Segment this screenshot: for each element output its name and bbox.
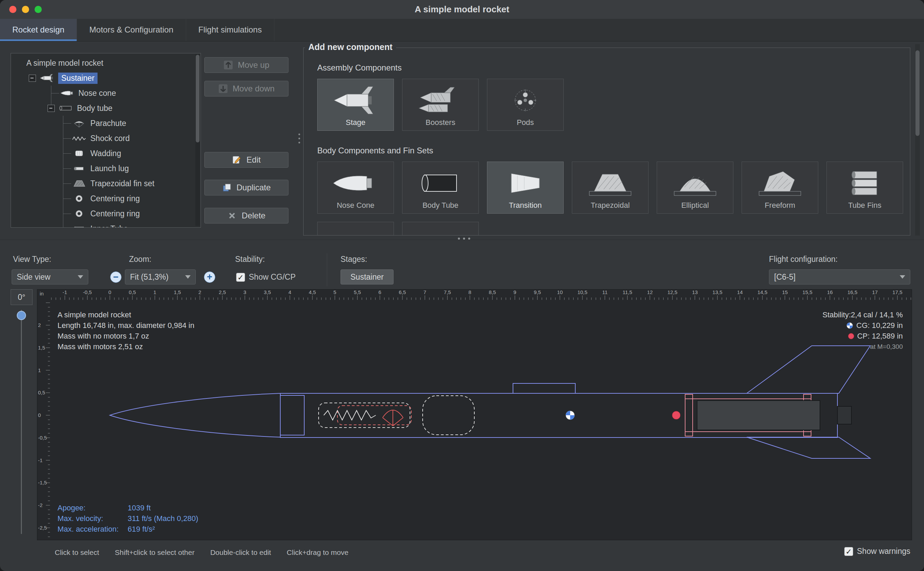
- show-cgcp-checkbox[interactable]: ✓: [236, 273, 245, 282]
- svg-text:2: 2: [199, 290, 201, 295]
- svg-text:14: 14: [737, 290, 743, 295]
- svg-text:0: 0: [38, 412, 41, 418]
- tree-item-nose-cone[interactable]: Nose cone: [11, 86, 200, 101]
- tree-item-centering-ring[interactable]: Centering ring: [11, 206, 200, 221]
- component-button-partial[interactable]: [317, 222, 394, 235]
- zoom-value: Fit (51,3%): [130, 273, 168, 282]
- chevron-down-icon: [78, 275, 83, 279]
- tree-item-label: Parachute: [90, 119, 126, 128]
- collapse-icon[interactable]: [48, 105, 55, 112]
- tree-item-body-tube[interactable]: Body tube: [11, 101, 200, 116]
- svg-text:1: 1: [153, 290, 156, 295]
- tree-item-centering-ring[interactable]: Centering ring: [11, 191, 200, 206]
- tree-item-trapezoidal-fin-set[interactable]: Trapezoidal fin set: [11, 176, 200, 191]
- tab-rocket-design[interactable]: Rocket design: [0, 19, 77, 41]
- move-up-button[interactable]: Move up: [204, 57, 288, 73]
- show-warnings-checkbox[interactable]: ✓: [844, 547, 853, 556]
- svg-text:-1: -1: [63, 290, 67, 295]
- component-button-label: Elliptical: [657, 201, 733, 210]
- svg-text:17,5: 17,5: [893, 290, 902, 295]
- rotation-angle-field[interactable]: 0°: [11, 289, 32, 305]
- svg-text:6,5: 6,5: [399, 290, 406, 295]
- rocket-canvas[interactable]: in -1-0,500,511,522,533,544,555,566,577,…: [37, 289, 912, 540]
- move-down-label: Move down: [233, 84, 275, 93]
- svg-text:9,5: 9,5: [534, 290, 541, 295]
- tube-fins-icon: [827, 166, 903, 200]
- svg-text:0,5: 0,5: [38, 390, 45, 395]
- component-button-stage[interactable]: Stage: [317, 79, 394, 131]
- tab-motors-configuration[interactable]: Motors & Configuration: [77, 19, 186, 41]
- svg-text:7,5: 7,5: [444, 290, 451, 295]
- nose-cone-icon: [317, 166, 394, 200]
- tree-item-parachute[interactable]: Parachute: [11, 116, 200, 131]
- svg-text:17: 17: [872, 290, 878, 295]
- component-button-partial[interactable]: [402, 222, 479, 235]
- svg-text:0,5: 0,5: [129, 290, 136, 295]
- component-button-body-tube[interactable]: Body Tube: [402, 162, 479, 214]
- svg-text:5: 5: [333, 290, 336, 295]
- finset-icon: [71, 178, 87, 188]
- tree-item-launch-lug[interactable]: Launch lug: [11, 161, 200, 176]
- tree-item-shock-cord[interactable]: Shock cord: [11, 131, 200, 146]
- collapse-icon[interactable]: [29, 75, 36, 82]
- component-button-boosters[interactable]: Boosters: [402, 79, 479, 131]
- bodytube-icon: [58, 103, 74, 113]
- component-panel-scrollbar[interactable]: [915, 44, 920, 236]
- flight-configuration-select[interactable]: [C6-5]: [769, 269, 910, 284]
- panel-grip-handle[interactable]: [299, 134, 300, 144]
- hint-click-select: Click to select: [55, 548, 99, 557]
- title-bar: A simple model rocket: [0, 0, 924, 19]
- boosters-icon: [402, 83, 479, 117]
- show-cgcp-label: Show CG/CP: [249, 273, 296, 282]
- hint-double-click: Double-click to edit: [210, 548, 271, 557]
- ruler-unit-label: in: [37, 290, 50, 300]
- tree-item-sustainer[interactable]: Sustainer: [11, 71, 200, 86]
- duplicate-icon: [222, 183, 232, 192]
- tab-flight-simulations[interactable]: Flight simulations: [186, 19, 274, 41]
- rocket-icon: [39, 73, 55, 83]
- rotation-slider-handle[interactable]: [17, 311, 26, 320]
- tree-item-inner-tube[interactable]: Inner Tube: [11, 221, 200, 228]
- zoom-in-button[interactable]: +: [204, 272, 215, 283]
- view-type-select[interactable]: Side view: [12, 269, 88, 284]
- component-button-elliptical[interactable]: Elliptical: [657, 162, 733, 214]
- ring-icon: [71, 193, 87, 204]
- duplicate-button[interactable]: Duplicate: [204, 180, 288, 196]
- chevron-down-icon: [185, 275, 191, 279]
- component-button-trapezoidal[interactable]: Trapezoidal: [572, 162, 648, 214]
- splitter-handle[interactable]: [458, 238, 470, 240]
- tree-item-label: Inner Tube: [90, 224, 128, 228]
- stage-toggle-sustainer[interactable]: Sustainer: [340, 269, 394, 284]
- body-tube-icon: [402, 166, 479, 200]
- component-button-transition[interactable]: Transition: [487, 162, 564, 214]
- view-type-label: View Type:: [13, 255, 51, 264]
- edit-button[interactable]: Edit: [204, 152, 288, 168]
- component-button-pods[interactable]: Pods: [487, 79, 564, 131]
- cp-value: CP: 12,589 in: [857, 331, 903, 341]
- svg-text:8,5: 8,5: [489, 290, 496, 295]
- tree-item-wadding[interactable]: Wadding: [11, 146, 200, 161]
- component-button-tube-fins[interactable]: Tube Fins: [827, 162, 903, 214]
- component-button-freeform[interactable]: Freeform: [742, 162, 818, 214]
- component-button-label: Transition: [487, 201, 563, 210]
- move-down-button[interactable]: Move down: [204, 81, 288, 97]
- shockcord-icon: [71, 133, 87, 144]
- show-warnings-row: ✓ Show warnings: [844, 547, 910, 556]
- hint-click-drag: Click+drag to move: [287, 548, 348, 557]
- tree-scrollbar[interactable]: [196, 54, 200, 226]
- window-title: A simple model rocket: [0, 0, 924, 19]
- tree-item-label: Centering ring: [90, 194, 140, 203]
- svg-text:13: 13: [692, 290, 698, 295]
- zoom-out-button[interactable]: −: [110, 272, 122, 283]
- show-warnings-label: Show warnings: [857, 547, 910, 556]
- pencil-icon: [232, 155, 242, 165]
- zoom-select[interactable]: Fit (51,3%): [125, 269, 196, 284]
- svg-text:10,5: 10,5: [578, 290, 587, 295]
- cp-icon: [848, 333, 854, 339]
- rotation-slider-track[interactable]: [21, 310, 22, 534]
- delete-button[interactable]: Delete: [204, 208, 288, 224]
- tree-root-item[interactable]: A simple model rocket: [11, 56, 200, 71]
- tree-item-label: Centering ring: [90, 209, 140, 218]
- svg-text:13,5: 13,5: [713, 290, 722, 295]
- component-button-nose-cone[interactable]: Nose Cone: [317, 162, 394, 214]
